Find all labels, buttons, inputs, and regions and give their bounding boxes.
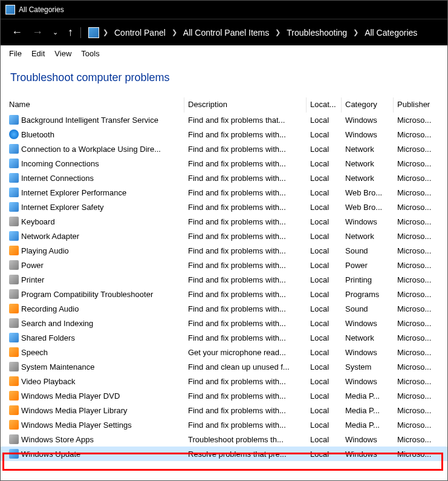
cell-category: Windows (342, 129, 394, 140)
table-row[interactable]: Windows Store AppsTroubleshoot problems … (1, 432, 447, 447)
cell-name: Playing Audio (5, 244, 184, 257)
table-row[interactable]: Windows Media Player SettingsFind and fi… (1, 417, 447, 432)
cell-location: Local (307, 318, 342, 329)
menu-bar: File Edit View Tools (1, 45, 447, 61)
troubleshooter-icon (9, 144, 19, 154)
cell-location: Local (307, 332, 342, 344)
table-row[interactable]: Windows UpdateResolve problems that pre.… (1, 447, 447, 461)
table-row[interactable]: Internet ConnectionsFind and fix problem… (1, 171, 447, 185)
cell-location: Local (307, 260, 342, 271)
chevron-right-icon[interactable]: ❯ (274, 28, 282, 36)
cell-publisher: Microso... (394, 245, 443, 257)
chevron-right-icon[interactable]: ❯ (352, 28, 360, 36)
column-header-category[interactable]: Category (342, 97, 394, 113)
cell-description: Find and fix problems with... (184, 158, 307, 169)
cell-publisher: Microso... (394, 347, 443, 358)
cell-description: Get your microphone read... (184, 347, 307, 358)
cell-description: Find and fix problems with... (184, 129, 307, 140)
table-row[interactable]: System MaintenanceFind and clean up unus… (1, 359, 447, 374)
breadcrumb-root-icon[interactable] (88, 27, 99, 38)
cell-publisher: Microso... (394, 448, 443, 460)
cell-publisher: Microso... (394, 143, 443, 155)
table-row[interactable]: SpeechGet your microphone read...LocalWi… (1, 345, 447, 359)
cell-name: Windows Update (5, 448, 184, 460)
table-row[interactable]: Playing AudioFind and fix problems with.… (1, 243, 447, 258)
cell-description: Find and fix problems with... (184, 303, 307, 315)
table-row[interactable]: Background Intelligent Transfer ServiceF… (1, 113, 447, 127)
cell-publisher: Microso... (394, 332, 443, 344)
forward-button[interactable]: → (27, 25, 48, 40)
cell-publisher: Microso... (394, 318, 443, 329)
row-name: Windows Media Player Settings (21, 420, 132, 430)
column-header-location[interactable]: Locat... (307, 97, 342, 113)
table-row[interactable]: Windows Media Player LibraryFind and fix… (1, 403, 447, 417)
breadcrumb-item-troubleshooting[interactable]: Troubleshooting (283, 27, 351, 39)
row-name: Video Playback (21, 377, 75, 386)
table-row[interactable]: Shared FoldersFind and fix problems with… (1, 330, 447, 345)
chevron-right-icon[interactable]: ❯ (102, 28, 109, 36)
column-header-name[interactable]: Name (5, 97, 184, 113)
cell-category: Printing (342, 274, 394, 286)
row-name: Printer (21, 275, 44, 284)
cell-category: Power (342, 260, 394, 271)
table-row[interactable]: Internet Explorer SafetyFind and fix pro… (1, 200, 447, 214)
cell-category: Windows (342, 318, 394, 329)
cell-category: Windows (342, 434, 394, 445)
cell-category: Media P... (342, 405, 394, 416)
cell-name: Internet Explorer Safety (5, 201, 184, 213)
row-name: Bluetooth (21, 130, 54, 139)
table-row[interactable]: KeyboardFind and fix problems with...Loc… (1, 214, 447, 229)
table-row[interactable]: Network AdapterFind and fix problems wit… (1, 229, 447, 243)
back-button[interactable]: ← (7, 25, 27, 40)
cell-location: Local (307, 187, 342, 198)
row-name: Windows Update (21, 450, 80, 459)
table-row[interactable]: BluetoothFind and fix problems with...Lo… (1, 127, 447, 142)
breadcrumb-item-control-panel[interactable]: Control Panel (111, 27, 169, 39)
cell-category: Windows (342, 216, 394, 227)
table-row[interactable]: Incoming ConnectionsFind and fix problem… (1, 156, 447, 171)
breadcrumb-item-all-items[interactable]: All Control Panel Items (180, 27, 273, 39)
column-header-publisher[interactable]: Publisher (394, 97, 443, 113)
address-bar: ← → ⌄ ↑ ❯ Control Panel ❯ All Control Pa… (1, 19, 447, 45)
cell-name: Windows Store Apps (5, 433, 184, 445)
table-row[interactable]: Connection to a Workplace Using Dire...F… (1, 142, 447, 156)
table-row[interactable]: Windows Media Player DVDFind and fix pro… (1, 388, 447, 403)
row-name: Search and Indexing (21, 319, 93, 328)
menu-tools[interactable]: Tools (81, 49, 99, 58)
troubleshooter-icon (9, 173, 19, 183)
troubleshooter-icon (9, 246, 19, 255)
cell-publisher: Microso... (394, 434, 443, 445)
cell-description: Find and fix problems with... (184, 187, 307, 198)
cell-name: Internet Explorer Performance (5, 186, 184, 198)
row-name: Network Adapter (21, 232, 79, 241)
table-row[interactable]: PowerFind and fix problems with...LocalP… (1, 258, 447, 272)
cell-name: Background Intelligent Transfer Service (5, 114, 184, 126)
cell-location: Local (307, 158, 342, 169)
table-row[interactable]: Video PlaybackFind and fix problems with… (1, 374, 447, 388)
cell-location: Local (307, 129, 342, 140)
cell-location: Local (307, 434, 342, 445)
recent-dropdown[interactable]: ⌄ (48, 27, 63, 38)
menu-file[interactable]: File (9, 49, 22, 58)
cell-description: Find and fix problems with... (184, 390, 307, 402)
table-row[interactable]: Program Compatibility TroubleshooterFind… (1, 287, 447, 301)
cell-category: Network (342, 332, 394, 344)
cell-publisher: Microso... (394, 274, 443, 286)
table-row[interactable]: PrinterFind and fix problems with...Loca… (1, 272, 447, 287)
up-button[interactable]: ↑ (63, 25, 78, 40)
table-row[interactable]: Recording AudioFind and fix problems wit… (1, 301, 447, 316)
row-name: Playing Audio (21, 246, 69, 255)
chevron-right-icon[interactable]: ❯ (170, 28, 178, 36)
cell-publisher: Microso... (394, 201, 443, 213)
menu-view[interactable]: View (54, 49, 71, 58)
table-row[interactable]: Search and IndexingFind and fix problems… (1, 316, 447, 330)
menu-edit[interactable]: Edit (31, 49, 45, 58)
breadcrumb-item-all-categories[interactable]: All Categories (361, 27, 421, 39)
table-row[interactable]: Internet Explorer PerformanceFind and fi… (1, 185, 447, 200)
column-header-description[interactable]: Description (184, 97, 307, 113)
cell-category: Windows (342, 347, 394, 358)
cell-description: Find and fix problems with... (184, 260, 307, 271)
cell-category: Sound (342, 245, 394, 257)
troubleshooter-icon (9, 391, 19, 401)
troubleshooter-icon (9, 231, 19, 241)
